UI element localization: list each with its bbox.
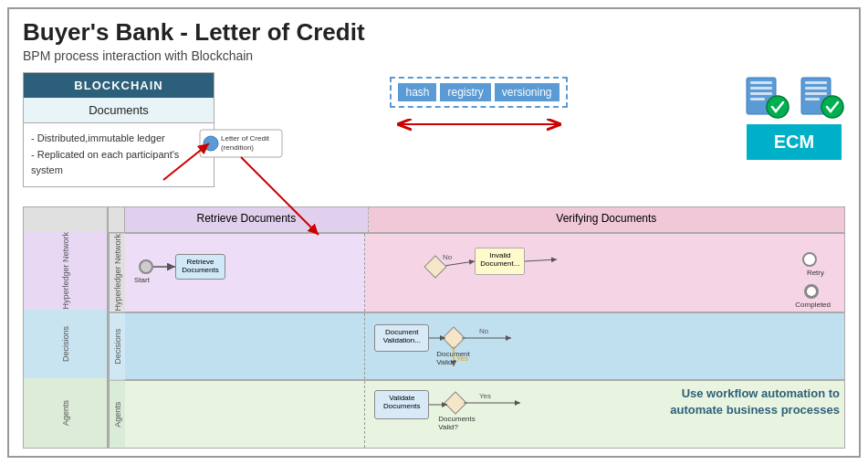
lane-hl-retrieve: Start RetrieveDocuments <box>125 234 365 312</box>
lane-label-hl: Hyperledger Network <box>23 232 108 310</box>
svg-rect-5 <box>750 98 765 100</box>
lane-label-agents: Agents <box>23 378 108 449</box>
svg-point-6 <box>767 96 789 118</box>
svg-text:No: No <box>479 327 489 335</box>
blockchain-bullets: - Distributed,immutable ledger - Replica… <box>24 123 214 186</box>
lane-agents-retrieve <box>125 381 365 448</box>
col-verify: Verifying Documents <box>369 207 844 232</box>
bidirectional-arrow <box>388 115 570 133</box>
svg-rect-4 <box>750 92 772 95</box>
lane-decisions: Decisions DocumentValidation... Document… <box>109 312 844 381</box>
lane-agents: Agents ValidateDocuments DocumentsValid? <box>109 380 844 448</box>
lane-agents-label: Agents <box>109 381 125 448</box>
start-label: Start <box>134 276 150 284</box>
gateway-1 <box>424 255 447 278</box>
task-retrieve: RetrieveDocuments <box>175 254 225 280</box>
registry-tag: registry <box>440 83 490 101</box>
main-title: Buyer's Bank - Letter of Credit <box>23 18 845 47</box>
hl-label-text: Hyperledger Network <box>61 232 70 310</box>
ecm-icon-2 <box>798 72 845 120</box>
ecm-area: ECM <box>743 72 845 160</box>
workflow-text: Use workflow automation to automate busi… <box>662 386 840 418</box>
main-container: Buyer's Bank - Letter of Credit BPM proc… <box>7 7 861 458</box>
lane-decisions-label: Decisions <box>109 313 125 380</box>
retry-label: Retry <box>807 269 824 277</box>
event-completed <box>804 284 819 299</box>
bpm-start-event <box>139 259 153 274</box>
bullet-1: - Distributed,immutable ledger <box>31 131 206 147</box>
lane1-arrows <box>125 234 364 312</box>
gateway-doc-valid <box>443 326 465 349</box>
doc-valid-label: DocumentValid? <box>436 350 469 366</box>
header-section: Buyer's Bank - Letter of Credit BPM proc… <box>9 9 859 68</box>
svg-line-16 <box>525 259 557 261</box>
completed-label: Completed <box>795 301 831 309</box>
ecm-icon-1 <box>743 72 790 120</box>
svg-point-12 <box>821 96 843 118</box>
content-area: BLOCKCHAIN Documents - Distributed,immut… <box>9 68 859 227</box>
lane-hl-verify: InvalidDocument... Retry Completed <box>365 234 844 312</box>
col-retrieve: Retrieve Documents <box>125 207 369 232</box>
docs-valid-label: DocumentsValid? <box>438 415 475 431</box>
task-validate: ValidateDocuments <box>374 390 429 419</box>
ecm-icons <box>743 72 845 120</box>
lane-dec-verify: DocumentValidation... DocumentValid? <box>365 313 844 380</box>
lane-agents-verify: ValidateDocuments DocumentsValid? <box>365 381 844 448</box>
hash-box: hash registry versioning <box>390 77 567 108</box>
versioning-tag: versioning <box>495 83 559 101</box>
gateway-docs-valid <box>444 392 467 415</box>
lane-hyperledger: Hyperledger Network Start <box>109 233 844 312</box>
blockchain-header: BLOCKCHAIN <box>24 73 214 98</box>
bpm-corner <box>23 206 108 232</box>
blockchain-subheader: Documents <box>24 98 214 123</box>
svg-rect-3 <box>750 87 772 90</box>
svg-rect-2 <box>750 81 772 84</box>
bullet-2: - Replicated on each participant's syste… <box>31 147 206 179</box>
bpm-diagram: Retrieve Documents Verifying Documents H… <box>108 206 845 449</box>
task-invalid: InvalidDocument... <box>475 248 525 275</box>
svg-text:Yes: Yes <box>479 392 491 400</box>
lane-labels-container: Hyperledger Network Decisions Agents <box>23 206 108 449</box>
middle-area: hash registry versioning <box>224 72 734 133</box>
lane-dec-retrieve <box>125 313 365 380</box>
lane-hyperledger-label: Hyperledger Network <box>109 234 125 312</box>
svg-rect-10 <box>805 92 827 95</box>
subtitle: BPM process interaction with Blockchain <box>23 48 845 63</box>
svg-rect-9 <box>805 87 827 90</box>
lane-label-dec: Decisions <box>23 310 108 379</box>
svg-rect-11 <box>805 98 820 100</box>
svg-rect-8 <box>805 81 827 84</box>
blockchain-box: BLOCKCHAIN Documents - Distributed,immut… <box>23 72 214 187</box>
lane2-arrows: Yes No <box>365 313 844 380</box>
ecm-label: ECM <box>747 124 842 160</box>
svg-text:No: No <box>443 253 453 261</box>
agents-label-text: Agents <box>61 400 70 426</box>
hash-tag: hash <box>398 83 436 101</box>
event-retry <box>802 252 817 267</box>
task-validation: DocumentValidation... <box>374 324 429 352</box>
dec-label-text: Decisions <box>61 326 70 362</box>
